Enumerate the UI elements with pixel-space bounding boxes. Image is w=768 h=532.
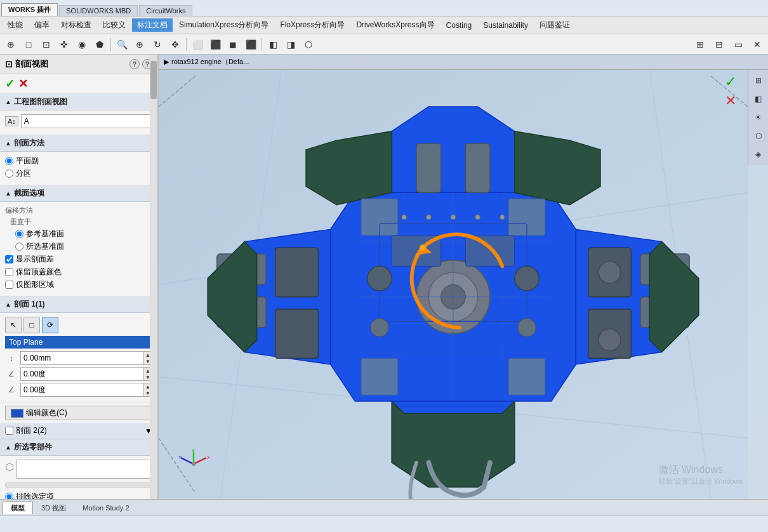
exclude-radio[interactable] xyxy=(5,493,13,499)
toolbar-right3[interactable]: ▭ xyxy=(730,36,746,53)
confirm-button[interactable]: ✓ xyxy=(5,77,15,91)
section1-icon-1[interactable]: ↖ xyxy=(5,317,22,333)
toolbar-btn-4[interactable]: ✜ xyxy=(56,36,72,53)
toolbar-view2[interactable]: ⬛ xyxy=(207,36,223,53)
toolbar-zoom[interactable]: ⊕ xyxy=(131,36,148,53)
toolbar-display3[interactable]: ⬡ xyxy=(300,36,317,53)
radio-ref-row: 参考基准面 xyxy=(15,229,152,239)
menu-annotate[interactable]: 标注文档 xyxy=(132,18,173,32)
drawing-section-content: A↕ xyxy=(0,110,157,135)
section-options-header[interactable]: ▲ 截面选项 xyxy=(0,185,157,202)
parts-list-box[interactable] xyxy=(17,460,152,479)
svg-marker-6 xyxy=(392,107,514,192)
tab-motion-study[interactable]: Motion Study 2 xyxy=(74,502,137,513)
menu-compare[interactable]: 比较义 xyxy=(98,18,131,32)
tab-works-plugin[interactable]: WORKS 插件 xyxy=(1,3,58,16)
toolbar-view3[interactable]: ◼ xyxy=(225,36,241,53)
menu-bias[interactable]: 偏率 xyxy=(29,18,55,32)
parts-scrollbar[interactable] xyxy=(5,482,152,488)
diagram-only-checkbox[interactable] xyxy=(5,281,13,289)
panel-scrollbar[interactable] xyxy=(150,55,157,499)
menu-performance[interactable]: 性能 xyxy=(3,18,28,32)
angle2-input[interactable] xyxy=(20,383,143,397)
cancel-button[interactable]: ✕ xyxy=(18,77,28,91)
main-layout: ⊡ 剖面视图 ? ? ✓ ✕ ▲ 工程图剖面视图 A↕ ▲ 剖面方法 xyxy=(0,55,768,499)
toolbar-display[interactable]: ◧ xyxy=(265,36,281,53)
radio-selected-plane[interactable] xyxy=(15,243,23,251)
lighting-btn[interactable]: ☀ xyxy=(750,109,767,126)
view-name-input[interactable] xyxy=(21,114,152,128)
toolbar-pan[interactable]: ✥ xyxy=(167,36,183,53)
distance-input[interactable] xyxy=(20,351,143,365)
section-drawing-header[interactable]: ▲ 工程图剖面视图 xyxy=(0,94,157,110)
menu-costing[interactable]: Costing xyxy=(441,20,477,31)
toolbar-btn-3[interactable]: ⊡ xyxy=(38,36,55,53)
section2-checkbox[interactable] xyxy=(5,427,13,435)
display-style-btn[interactable]: ◧ xyxy=(750,91,767,107)
svg-point-44 xyxy=(426,215,431,220)
svg-line-57 xyxy=(194,458,206,464)
toolbar-rotate[interactable]: ↻ xyxy=(149,36,166,53)
viewport-confirm[interactable]: ✓ xyxy=(725,74,736,90)
section2-header[interactable]: 剖面 2(2) ▼ xyxy=(0,423,157,439)
toolbar-right4[interactable]: ✕ xyxy=(749,36,765,53)
toolbar-display2[interactable]: ◨ xyxy=(282,36,299,53)
menu-benchmark[interactable]: 对标检查 xyxy=(56,18,96,32)
section1-header[interactable]: ▲ 剖面 1(1) xyxy=(0,296,157,313)
keep-cap-checkbox[interactable] xyxy=(5,268,13,276)
toolbar-view1[interactable]: ⬜ xyxy=(189,36,206,53)
main-toolbar: ⊕ □ ⊡ ✜ ◉ ⬟ 🔍 ⊕ ↻ ✥ ⬜ ⬛ ◼ ⬛ ◧ ◨ ⬡ ⊞ ⊟ ▭ … xyxy=(0,34,768,55)
svg-rect-52 xyxy=(275,248,319,296)
radio-zone[interactable] xyxy=(5,170,13,178)
svg-point-47 xyxy=(500,215,505,220)
svg-point-50 xyxy=(599,329,621,351)
toolbar-btn-5[interactable]: ◉ xyxy=(74,36,90,53)
tab-solidworks-mbd[interactable]: SOLIDWORKS MBD xyxy=(59,5,138,16)
tab-model[interactable]: 模型 xyxy=(3,502,33,514)
distance-input-wrap: ▲ ▼ xyxy=(20,351,152,365)
view-orient-btn[interactable]: ⊞ xyxy=(750,72,767,89)
options-content: 偏移方法 垂直于 参考基准面 所选基准面 显示剖面差 保留顶盖颜色 仅图形区域 xyxy=(0,202,157,296)
panel-scroll-thumb[interactable] xyxy=(150,61,157,99)
panel-title: ⊡ 剖面视图 ? ? xyxy=(0,55,157,74)
toolbar-btn-1[interactable]: ⊕ xyxy=(3,36,19,53)
svg-point-51 xyxy=(599,262,621,284)
view-name-row: A↕ xyxy=(5,114,152,128)
toolbar-btn-6[interactable]: ⬟ xyxy=(91,36,108,53)
toolbar-right2[interactable]: ⊟ xyxy=(711,36,727,53)
toolbar-right1[interactable]: ⊞ xyxy=(692,36,708,53)
tab-circuitworks[interactable]: CircuitWorks xyxy=(139,5,192,16)
panel-title-text: 剖面视图 xyxy=(15,58,127,70)
viewport-cancel[interactable]: ✕ xyxy=(725,93,736,109)
menu-simxpress[interactable]: SimulationXpress分析向导 xyxy=(174,18,274,32)
viewport-header: ▶ rotax912 engine（Defa... xyxy=(159,55,768,70)
menu-floxpress[interactable]: FloXpress分析向导 xyxy=(275,18,350,32)
activate-windows-text: 激活 Windows xyxy=(659,463,743,477)
section1-icon-2[interactable]: □ xyxy=(23,317,40,333)
appearance-btn[interactable]: ◈ xyxy=(750,146,767,163)
windows-watermark: 激活 Windows 转到"设置"以激活 Windows xyxy=(659,463,743,486)
angle1-input[interactable] xyxy=(20,367,143,381)
menu-driveworks[interactable]: DriveWorksXpress向导 xyxy=(351,18,439,32)
radio-ref-plane[interactable] xyxy=(15,230,23,238)
plane-name-box[interactable]: Top Plane xyxy=(5,336,152,349)
viewport[interactable]: ▶ rotax912 engine（Defa... ✓ ✕ xyxy=(159,55,768,499)
menu-verification[interactable]: 问题鉴证 xyxy=(534,18,575,32)
viewport-title: rotax912 engine（Defa... xyxy=(171,57,249,67)
scene-btn[interactable]: ⬡ xyxy=(750,128,767,144)
toolbar-btn-2[interactable]: □ xyxy=(20,36,37,53)
section-method-header[interactable]: ▲ 剖面方法 xyxy=(0,135,157,152)
edit-color-button[interactable]: 编辑颜色(C) xyxy=(5,406,152,420)
svg-rect-13 xyxy=(416,143,441,192)
viewport-arrow: ▶ xyxy=(164,58,169,66)
tab-3d-view[interactable]: 3D 视图 xyxy=(33,502,74,514)
show-diff-checkbox[interactable] xyxy=(5,255,13,263)
angle2-row: ∠ ▲ ▼ xyxy=(5,383,152,397)
menu-sustainability[interactable]: Sustainability xyxy=(478,20,533,31)
selected-parts-header[interactable]: ▲ 所选零部件 xyxy=(0,439,157,456)
toolbar-view4[interactable]: ⬛ xyxy=(242,36,259,53)
help-icon-1[interactable]: ? xyxy=(129,59,140,69)
section1-icon-3[interactable]: ⟳ xyxy=(42,317,58,333)
radio-plane[interactable] xyxy=(5,157,13,165)
toolbar-search[interactable]: 🔍 xyxy=(114,36,130,53)
